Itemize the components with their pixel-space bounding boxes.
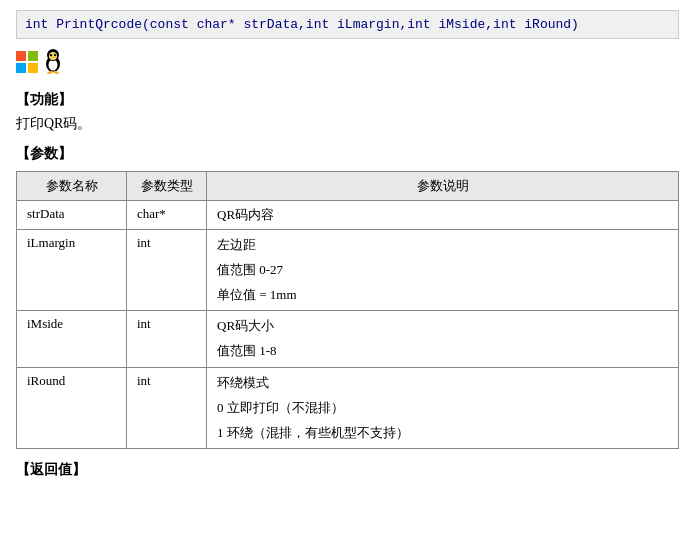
svg-point-8 — [50, 54, 52, 56]
param-desc: QR码内容 — [207, 201, 679, 230]
windows-icon — [16, 51, 38, 77]
function-description: 打印QR码。 — [16, 115, 679, 133]
svg-point-10 — [51, 54, 52, 55]
svg-rect-0 — [16, 51, 26, 61]
param-desc-line: 单位值 = 1mm — [217, 285, 668, 306]
param-desc-line: 左边距 — [217, 235, 668, 256]
svg-rect-3 — [28, 63, 38, 73]
table-row: iLmarginint左边距值范围 0-27单位值 = 1mm — [17, 230, 679, 311]
svg-point-5 — [49, 60, 58, 71]
svg-point-9 — [54, 54, 56, 56]
param-name: iMside — [17, 311, 127, 368]
svg-rect-1 — [28, 51, 38, 61]
svg-rect-2 — [16, 63, 26, 73]
param-type: char* — [127, 201, 207, 230]
return-section-heading: 【返回值】 — [16, 461, 679, 479]
params-section-heading: 【参数】 — [16, 145, 679, 163]
table-header-row: 参数名称 参数类型 参数说明 — [17, 172, 679, 201]
param-desc: 环绕模式0 立即打印（不混排）1 环绕（混排，有些机型不支持） — [207, 367, 679, 448]
param-name: iLmargin — [17, 230, 127, 311]
param-name: strData — [17, 201, 127, 230]
params-table: 参数名称 参数类型 参数说明 strDatachar*QR码内容iLmargin… — [16, 171, 679, 449]
param-desc-line: 值范围 1-8 — [217, 341, 668, 362]
param-desc-line: 值范围 0-27 — [217, 260, 668, 281]
param-name: iRound — [17, 367, 127, 448]
table-row: strDatachar*QR码内容 — [17, 201, 679, 230]
function-section-heading: 【功能】 — [16, 91, 679, 109]
param-desc-line: QR码大小 — [217, 316, 668, 337]
col-header-type: 参数类型 — [127, 172, 207, 201]
svg-point-11 — [55, 54, 56, 55]
linux-icon — [42, 49, 64, 79]
os-icons-container — [16, 49, 679, 79]
svg-point-7 — [49, 52, 57, 60]
param-type: int — [127, 230, 207, 311]
param-desc-line: 环绕模式 — [217, 373, 668, 394]
param-desc-line: 1 环绕（混排，有些机型不支持） — [217, 423, 668, 444]
table-row: iMsideintQR码大小值范围 1-8 — [17, 311, 679, 368]
table-row: iRoundint环绕模式0 立即打印（不混排）1 环绕（混排，有些机型不支持） — [17, 367, 679, 448]
param-desc: QR码大小值范围 1-8 — [207, 311, 679, 368]
param-desc-line: 0 立即打印（不混排） — [217, 398, 668, 419]
param-type: int — [127, 311, 207, 368]
svg-point-12 — [52, 57, 55, 59]
col-header-desc: 参数说明 — [207, 172, 679, 201]
param-desc: 左边距值范围 0-27单位值 = 1mm — [207, 230, 679, 311]
function-signature: int PrintQrcode(const char* strData,int … — [16, 10, 679, 39]
param-type: int — [127, 367, 207, 448]
col-header-name: 参数名称 — [17, 172, 127, 201]
